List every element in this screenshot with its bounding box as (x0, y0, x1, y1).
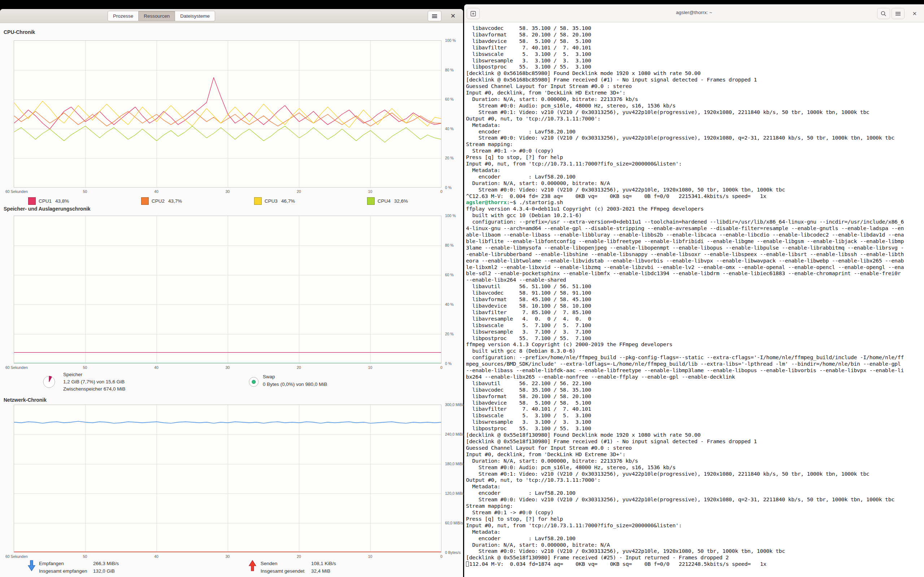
search-icon (881, 11, 887, 16)
cpu-label: CPU1 (39, 198, 52, 204)
terminal-line: libavdevice 58. 5.100 / 58. 5.100 (466, 38, 924, 45)
terminal-line: libavutil 56. 51.100 / 56. 51.100 (466, 284, 924, 290)
swap-usage: 0 Bytes (0,0%) von 980,0 MiB (263, 382, 327, 387)
receive-total: 132,0 GiB (93, 568, 115, 574)
y-axis-tick: 60 % (445, 272, 454, 277)
y-axis-tick: 20 % (445, 156, 454, 160)
receive-rate: 266,3 MiB/s (93, 561, 119, 566)
memory-usage: 1,2 GiB (7,7%) von 15,6 GiB (63, 379, 124, 384)
terminal-line: -enable-librubberband --enable-libshine … (466, 251, 924, 258)
close-button[interactable]: ✕ (447, 11, 459, 21)
terminal-line: Stream mapping: (466, 503, 924, 509)
y-axis-tick: 300,0 MiB/s (445, 403, 465, 407)
terminal-line: Stream mapping: (466, 141, 924, 148)
cpu-legend-item: CPU143,8% (28, 197, 69, 205)
terminal-line: Output #0, nut, to 'tcp://10.73.1.11:700… (466, 116, 924, 122)
terminal-line: Guessed Channel Layout for Input Stream … (466, 83, 924, 90)
y-axis-tick: 20 % (445, 332, 454, 336)
terminal-line: Stream #0:0: Audio: pcm_s16le, 48000 Hz,… (466, 464, 924, 471)
terminal-line: libswscale 5. 3.100 / 5. 3.100 (466, 413, 924, 419)
terminal-line: Press [q] to stop, [?] for help (466, 516, 924, 522)
terminal-line: eora --enable-libtwolame --enable-libvid… (466, 258, 924, 264)
y-axis-tick: 0 Bytes/s (445, 550, 460, 554)
terminal-line: Stream #0:0: Video: v210 (V210 / 0x30313… (466, 135, 924, 141)
terminal-line: Metadata: (466, 484, 924, 490)
terminal-menu-button[interactable] (892, 8, 905, 19)
terminal-line: libavdevice 58. 5.100 / 58. 5.100 (466, 400, 924, 406)
cpu-value: 46,7% (281, 198, 295, 204)
terminal-line: libswresample 3. 3.100 / 3. 3.100 (466, 58, 924, 64)
cpu-color-swatch (28, 197, 36, 205)
memory-section-title: Speicher- und Auslagerungschronik (3, 206, 90, 212)
terminal-line: 4-linux-gnu --arch=amd64 --enable-gpl --… (466, 226, 924, 232)
terminal-line: Stream #0:1: Video: v210 (V210 / 0x30313… (466, 109, 924, 116)
cpu-legend-item: CPU432,6% (367, 197, 408, 205)
send-rate: 108,1 KiB/s (311, 561, 336, 566)
x-axis-tick: 60 Sekunden (5, 554, 28, 559)
y-axis-tick: 180,0 MiB/s (445, 462, 465, 466)
terminal-line: libswscale 5. 3.100 / 5. 3.100 (466, 51, 924, 58)
terminal-output[interactable]: libavcodec 58. 35.100 / 58. 35.100 libav… (464, 23, 924, 577)
terminal-line: Stream #0:0: Video: v210 (V210 / 0x30313… (466, 496, 924, 503)
y-axis-tick: 120,0 MiB/s (445, 491, 465, 495)
terminal-line: configuration: --prefix=/home/nle/ffmpeg… (466, 355, 924, 361)
search-button[interactable] (877, 8, 890, 19)
y-axis-tick: 100 % (445, 213, 456, 218)
cpu-color-swatch (367, 197, 375, 205)
x-axis-tick: 50 (83, 365, 87, 370)
new-tab-button[interactable] (467, 8, 480, 19)
cpu-color-swatch (254, 197, 262, 205)
tab-prozesse[interactable]: Prozesse (108, 11, 139, 21)
terminal-line: libavformat 58. 45.100 / 58. 45.100 (466, 297, 924, 303)
cpu-color-swatch (141, 197, 149, 205)
tab-ressourcen[interactable]: Ressourcen (139, 11, 175, 21)
terminal-window: agsler@thorrx: ~ ✕ libavcodec 58. 35.100 (464, 4, 924, 577)
terminal-line: libswscale 5. 7.100 / 5. 7.100 (466, 322, 924, 329)
terminal-line: Stream #0:0: Audio: pcm_s16le, 48000 Hz,… (466, 103, 924, 109)
terminal-line: ffplay version 4.3.4-0+deb11u1 Copyright… (466, 206, 924, 213)
terminal-line: libavutil 56. 22.100 / 56. 22.100 (466, 380, 924, 387)
terminal-line: libswresample 3. 3.100 / 3. 3.100 (466, 419, 924, 425)
y-axis-tick: 40 % (445, 302, 454, 306)
terminal-line: libpostproc 55. 7.100 / 55. 7.100 (466, 335, 924, 342)
x-axis-tick: 0 (440, 189, 443, 193)
system-monitor-headerbar: Prozesse Ressourcen Dateisysteme ✕ (0, 9, 463, 23)
terminal-line: Input #0, nut, from 'tcp://10.73.1.11:70… (466, 522, 924, 529)
terminal-line: libpostproc 55. 3.100 / 55. 3.100 (466, 64, 924, 70)
x-axis-tick: 0 (440, 554, 443, 559)
x-axis-tick: 40 (154, 189, 158, 193)
menu-button[interactable] (428, 11, 441, 21)
x-axis-tick: 50 (83, 554, 87, 559)
terminal-line: mpeg_sources/BMD_SDK/include' --extra-ld… (466, 361, 924, 367)
terminal-close-button[interactable]: ✕ (909, 8, 921, 19)
terminal-line: [decklink @ 0x55e18f130980] Frame receiv… (466, 554, 924, 561)
terminal-line: libpostproc 55. 3.100 / 55. 3.100 (466, 425, 924, 432)
tab-dateisysteme[interactable]: Dateisysteme (175, 11, 215, 21)
send-total-label: Insgesamt gesendet (261, 568, 305, 574)
network-chart: 300,0 MiB/s240,0 MiB/s180,0 MiB/s120,0 M… (14, 405, 441, 553)
x-axis-tick: 60 Sekunden (5, 365, 28, 370)
new-tab-icon (470, 11, 476, 16)
swap-dot-icon (248, 377, 259, 387)
memory-chart: 100 %80 %60 %40 %20 %0 %60 Sekunden50403… (14, 216, 441, 364)
terminal-line: libavcodec 58. 35.100 / 58. 35.100 (466, 25, 924, 32)
terminal-line: --enable-libass --enable-libfdk-aac --en… (466, 367, 924, 374)
hamburger-icon (432, 15, 437, 18)
terminal-line: libavfilter 7. 40.101 / 7. 40.101 (466, 406, 924, 413)
terminal-line: built with gcc 8 (Debian 8.3.0-6) (466, 348, 924, 355)
terminal-headerbar: agsler@thorrx: ~ ✕ (464, 4, 924, 23)
terminal-line: agsler@thorrx:~$ ./startorig.sh (466, 200, 924, 206)
terminal-line: Duration: N/A, start: 0.000000, bitrate:… (466, 458, 924, 464)
terminal-line: Metadata: (466, 122, 924, 129)
terminal-line: able-libaom --enable-libass --enable-lib… (466, 232, 924, 239)
terminal-line: bx264 --enable-libx265 --enable-nonfree … (466, 374, 924, 380)
system-monitor-window: Prozesse Ressourcen Dateisysteme ✕ CPU-C… (0, 9, 463, 577)
x-axis-tick: 60 Sekunden (5, 189, 28, 193)
cpu-label: CPU3 (265, 198, 278, 204)
swap-label: Swap (263, 374, 275, 379)
send-label: Senden (261, 561, 278, 566)
terminal-line: 3lame --enable-libmysofa --enable-libope… (466, 245, 924, 251)
x-axis-tick: 40 (154, 554, 158, 559)
hamburger-icon (895, 11, 901, 16)
y-axis-tick: 80 % (445, 68, 454, 72)
